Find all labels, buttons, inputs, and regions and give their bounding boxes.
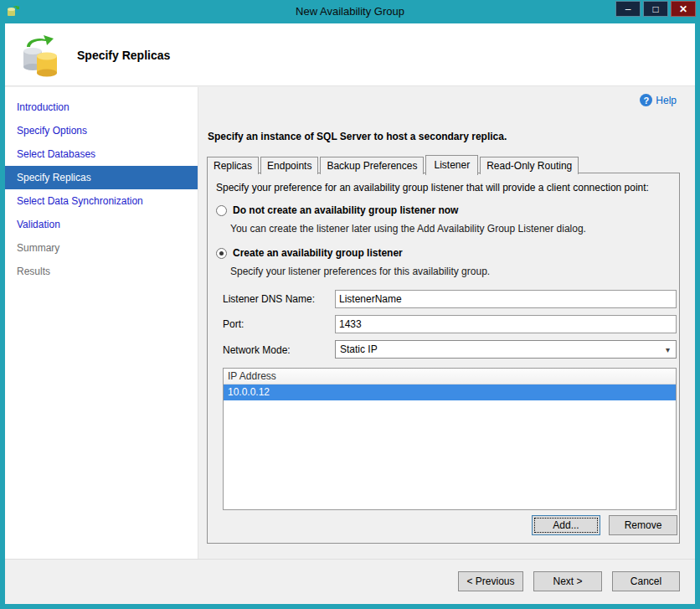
chevron-down-icon: ▾ — [661, 342, 675, 357]
sidebar-item-select-data-synchronization[interactable]: Select Data Synchronization — [5, 189, 198, 213]
dialog-window: New Availability Group – □ ✕ Specify Rep… — [0, 0, 700, 609]
sidebar-item-introduction[interactable]: Introduction — [5, 95, 198, 119]
dns-name-label: Listener DNS Name: — [223, 293, 315, 305]
maximize-button[interactable]: □ — [643, 1, 668, 17]
window-title: New Availability Group — [0, 5, 700, 18]
ip-address-row[interactable]: 10.0.0.12 — [224, 384, 676, 400]
ip-address-list: IP Address 10.0.0.12 — [223, 368, 677, 510]
network-mode-label: Network Mode: — [223, 344, 291, 356]
radio-create-listener-label: Create an availability group listener — [233, 247, 403, 259]
port-input[interactable] — [335, 315, 677, 333]
minimize-button[interactable]: – — [615, 1, 641, 17]
wizard-header: Specify Replicas — [5, 23, 695, 86]
close-button[interactable]: ✕ — [671, 1, 696, 17]
next-button[interactable]: Next > — [533, 571, 602, 591]
port-label: Port: — [223, 318, 244, 330]
add-button[interactable]: Add... — [532, 515, 600, 535]
radio-no-listener[interactable]: Do not create an availability group list… — [216, 204, 458, 216]
availability-group-icon — [18, 34, 64, 79]
tab-replicas[interactable]: Replicas — [207, 157, 259, 174]
title-bar[interactable]: New Availability Group – □ ✕ — [0, 0, 700, 23]
sidebar-item-validation[interactable]: Validation — [5, 213, 198, 236]
radio-create-listener-icon[interactable] — [216, 248, 227, 259]
wizard-footer: < Previous Next > Cancel — [5, 559, 695, 604]
dns-name-input[interactable] — [335, 290, 677, 308]
help-icon: ? — [640, 94, 652, 106]
tab-listener[interactable]: Listener — [425, 155, 478, 175]
tab-read-only-routing[interactable]: Read-Only Routing — [480, 157, 579, 174]
wizard-body: Introduction Specify Options Select Data… — [5, 87, 695, 559]
ip-address-column-header: IP Address — [224, 369, 676, 384]
sidebar-item-summary: Summary — [5, 236, 198, 260]
instruction-text: Specify an instance of SQL Server to hos… — [208, 131, 507, 142]
sidebar-item-results: Results — [5, 260, 198, 283]
tab-endpoints[interactable]: Endpoints — [260, 157, 318, 174]
listener-intro-text: Specify your preference for an availabil… — [216, 182, 649, 194]
remove-button[interactable]: Remove — [609, 515, 677, 535]
help-label: Help — [656, 95, 677, 106]
tab-strip: Replicas Endpoints Backup Preferences Li… — [207, 155, 580, 174]
wizard-main-panel: ? Help Specify an instance of SQL Server… — [199, 87, 695, 559]
page-title: Specify Replicas — [77, 49, 170, 62]
radio-no-listener-icon[interactable] — [216, 205, 227, 216]
no-listener-description: You can create the listener later using … — [230, 223, 586, 235]
radio-create-listener[interactable]: Create an availability group listener — [216, 247, 403, 259]
tab-backup-preferences[interactable]: Backup Preferences — [320, 157, 424, 174]
network-mode-value: Static IP — [340, 343, 378, 355]
cancel-button[interactable]: Cancel — [612, 571, 680, 591]
listener-tab-page: Specify your preference for an availabil… — [207, 173, 680, 544]
network-mode-select[interactable]: Static IP ▾ — [335, 340, 677, 359]
dialog-client-area: Specify Replicas Introduction Specify Op… — [5, 23, 695, 604]
sidebar-item-select-databases[interactable]: Select Databases — [5, 142, 198, 166]
create-listener-description: Specify your listener preferences for th… — [230, 266, 490, 277]
radio-no-listener-label: Do not create an availability group list… — [233, 204, 458, 216]
sidebar-item-specify-replicas[interactable]: Specify Replicas — [5, 166, 198, 189]
help-link[interactable]: ? Help — [640, 94, 677, 106]
previous-button[interactable]: < Previous — [458, 571, 523, 591]
wizard-step-list: Introduction Specify Options Select Data… — [5, 87, 198, 559]
sidebar-item-specify-options[interactable]: Specify Options — [5, 119, 198, 142]
